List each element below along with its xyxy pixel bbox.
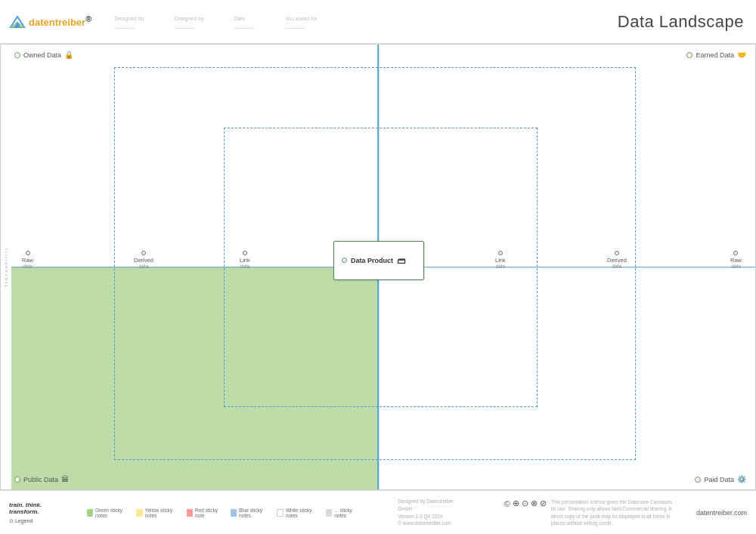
label-paid-data: Paid Data ⚙️ [695, 475, 746, 483]
footer-license-text: This presentation licence gives the Date… [551, 499, 674, 526]
legend-blue: Blue sticky notes [231, 508, 270, 518]
footer-credits: Designed by Datentreiber GmbH Version 1.… [398, 498, 459, 527]
footer: train. think. transform. ⊙ Legend Green … [0, 490, 756, 534]
legend-white: White sticky notes [277, 508, 318, 518]
legend-yellow: Yellow sticky notes [136, 508, 178, 518]
owned-data-icon: 🔒 [64, 51, 73, 59]
footer-tagline: train. think. transform. [9, 502, 64, 515]
legend-section: Green sticky notes Yellow sticky notes R… [87, 508, 361, 518]
legend-red: Red sticky note [187, 508, 223, 518]
footer-license-section: © ⊕ ⊙ ⊗ ⊘ This presentation licence give… [504, 499, 674, 526]
data-product-dot [342, 258, 347, 263]
footer-tagline-section: train. think. transform. ⊙ Legend [9, 502, 64, 524]
header: datentreiber® Designed for _______ Desig… [0, 0, 756, 44]
label-owned-data: Owned Data 🔒 [14, 51, 73, 59]
legend-gray: ... sticky notes [326, 508, 360, 518]
data-product-box[interactable]: Data Product 🗃 [333, 241, 424, 280]
data-product-label: Data Product [351, 257, 393, 264]
axis-derived-right: Derived data [607, 251, 627, 269]
axis-raw-left: Raw data [22, 251, 33, 269]
logo-icon [9, 14, 26, 30]
quadrant-green [11, 267, 378, 490]
canvas: Traceability Owned Data 🔒 Earned Data 🤝 … [0, 44, 756, 490]
owned-data-dot [14, 52, 20, 58]
logo: datentreiber® [9, 14, 91, 30]
legend-items: Green sticky notes Yellow sticky notes R… [87, 508, 361, 518]
page-title: Data Landscape [618, 12, 744, 32]
legend-red-dot [187, 509, 193, 517]
legend-white-dot [277, 509, 284, 517]
meta-date: Date _______ [234, 16, 255, 28]
axis-raw-right: Raw data [730, 251, 742, 269]
axis-derived-left: Derived data [134, 251, 153, 269]
meta-designed-for: Designed for _______ [114, 16, 144, 28]
public-data-dot [14, 477, 20, 483]
legend-blue-dot [231, 509, 237, 517]
label-public-data: Public Data 🏛 [14, 475, 69, 483]
public-data-icon: 🏛 [61, 475, 69, 483]
logo-text: datentreiber® [29, 14, 91, 28]
meta-you-asked-for: You asked for _______ [285, 16, 318, 28]
axis-link-left: Link data [240, 251, 250, 269]
paid-data-icon: ⚙️ [737, 475, 746, 483]
legend-green: Green sticky notes [87, 508, 129, 518]
header-meta: Designed for _______ Designed by _______… [114, 16, 317, 28]
legend-label: ⊙ Legend [9, 518, 33, 524]
meta-designed-by: Designed by _______ [175, 16, 204, 28]
legend-yellow-dot [136, 509, 142, 517]
y-axis-left: Traceability [1, 45, 11, 489]
label-earned-data: Earned Data 🤝 [686, 51, 746, 59]
data-product-icon: 🗃 [397, 256, 405, 265]
footer-credits-text: Designed by Datentreiber GmbH Version 1.… [398, 498, 459, 527]
app: datentreiber® Designed for _______ Desig… [0, 0, 756, 534]
earned-data-icon: 🤝 [737, 51, 746, 59]
footer-legend-trigger: ⊙ Legend [9, 518, 64, 524]
footer-license-icons: © ⊕ ⊙ ⊗ ⊘ [504, 499, 547, 508]
earned-data-dot [686, 52, 692, 58]
axis-link-right: Link data [495, 251, 506, 269]
paid-data-dot [695, 477, 701, 483]
legend-green-dot [87, 509, 93, 517]
footer-website: datentreiber.com [696, 509, 747, 517]
legend-gray-dot [326, 509, 332, 517]
